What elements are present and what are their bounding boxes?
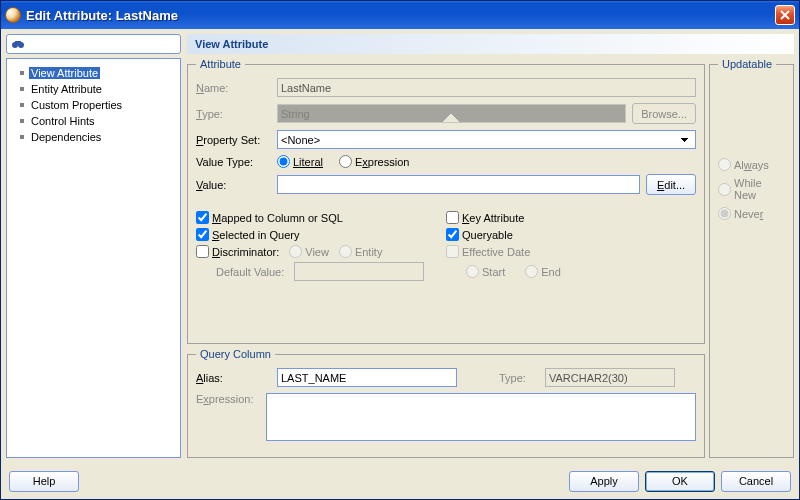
close-icon — [780, 10, 790, 20]
binoculars-icon — [11, 38, 25, 50]
updatable-legend: Updatable — [718, 58, 776, 70]
property-set-label: Property Set: — [196, 134, 271, 146]
alias-field[interactable] — [277, 368, 457, 387]
discriminator-entity[interactable]: Entity — [339, 245, 383, 258]
name-field[interactable] — [277, 78, 696, 97]
value-type-literal[interactable]: Literal — [277, 155, 323, 168]
window-title: Edit Attribute: LastName — [26, 8, 775, 23]
search-box[interactable] — [6, 34, 181, 54]
nav-tree: View Attribute Entity Attribute Custom P… — [6, 58, 181, 458]
discriminator-view[interactable]: View — [289, 245, 329, 258]
key-attribute-check[interactable]: Key Attribute — [446, 211, 686, 224]
value-type-label: Value Type: — [196, 156, 271, 168]
tree-item-control-hints[interactable]: Control Hints — [11, 113, 176, 128]
query-column-group: Query Column Alias: Type: Expression: — [187, 348, 705, 458]
selected-in-query-check[interactable]: Selected in Query — [196, 228, 436, 241]
cancel-button[interactable]: Cancel — [721, 471, 791, 492]
property-set-select[interactable]: <None> — [277, 130, 696, 149]
value-type-expression[interactable]: Expression — [339, 155, 409, 168]
tree-item-dependencies[interactable]: Dependencies — [11, 129, 176, 144]
qc-type-field[interactable] — [545, 368, 675, 387]
tree-item-custom-properties[interactable]: Custom Properties — [11, 97, 176, 112]
discriminator-check[interactable]: Discriminator: — [196, 245, 279, 258]
expression-label: Expression: — [196, 393, 260, 405]
updatable-never[interactable]: Never — [718, 207, 785, 220]
value-label: Value: — [196, 179, 271, 191]
browse-button[interactable]: Browse... — [632, 103, 696, 124]
qc-type-label: Type: — [499, 372, 539, 384]
type-label: Type: — [196, 108, 271, 120]
eff-end[interactable]: End — [525, 265, 561, 278]
updatable-while-new[interactable]: While New — [718, 177, 785, 201]
effective-date-check[interactable]: Effective Date — [446, 245, 686, 258]
titlebar: Edit Attribute: LastName — [1, 1, 799, 29]
panel-title: View Attribute — [187, 34, 794, 54]
svg-rect-2 — [15, 41, 21, 44]
ok-button[interactable]: OK — [645, 471, 715, 492]
value-field[interactable] — [277, 175, 640, 194]
button-bar: Help Apply OK Cancel — [1, 463, 799, 499]
mapped-check[interactable]: Mapped to Column or SQL — [196, 211, 436, 224]
edit-attribute-dialog: Edit Attribute: LastName View Attribute … — [0, 0, 800, 500]
default-value-label: Default Value: — [216, 266, 284, 278]
name-label: Name: — [196, 82, 271, 94]
attribute-legend: Attribute — [196, 58, 245, 70]
type-select[interactable]: String — [277, 104, 626, 123]
default-value-field[interactable] — [294, 262, 424, 281]
tree-item-view-attribute[interactable]: View Attribute — [11, 65, 176, 80]
app-icon — [5, 7, 21, 23]
queryable-check[interactable]: Queryable — [446, 228, 686, 241]
edit-value-button[interactable]: Edit... — [646, 174, 696, 195]
eff-start[interactable]: Start — [466, 265, 505, 278]
query-column-legend: Query Column — [196, 348, 275, 360]
expression-field[interactable] — [266, 393, 696, 441]
attribute-group: Attribute Name: Type: String Browse... — [187, 58, 705, 344]
updatable-always[interactable]: Always — [718, 158, 785, 171]
alias-label: Alias: — [196, 372, 271, 384]
tree-item-entity-attribute[interactable]: Entity Attribute — [11, 81, 176, 96]
close-button[interactable] — [775, 5, 795, 25]
help-button[interactable]: Help — [9, 471, 79, 492]
apply-button[interactable]: Apply — [569, 471, 639, 492]
updatable-group: Updatable Always While New Never — [709, 58, 794, 458]
